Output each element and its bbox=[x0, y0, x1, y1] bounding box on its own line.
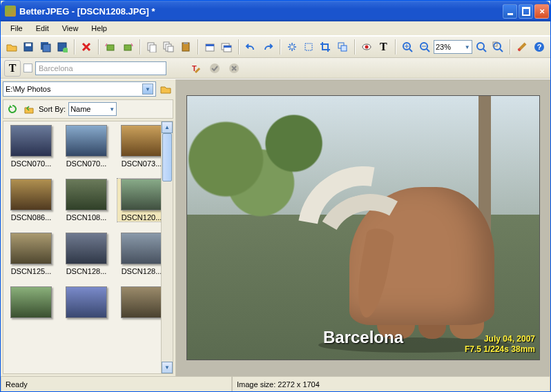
select-button[interactable] bbox=[301, 39, 316, 55]
date-stamp-all-button[interactable] bbox=[219, 39, 234, 55]
svg-rect-9 bbox=[150, 45, 156, 52]
svg-rect-3 bbox=[43, 44, 50, 52]
svg-text:?: ? bbox=[536, 43, 541, 51]
svg-point-34 bbox=[210, 63, 220, 73]
svg-rect-14 bbox=[184, 42, 188, 44]
svg-rect-12 bbox=[168, 46, 173, 52]
preview-image[interactable]: Barcelona July 04, 2007 F7.5 1/224s 38mm bbox=[186, 95, 540, 360]
thumbnail-item[interactable]: DSCN120... bbox=[117, 179, 166, 222]
pan-button[interactable] bbox=[284, 39, 300, 55]
redeye-button[interactable] bbox=[359, 39, 374, 55]
menubar: File Edit View Help bbox=[1, 21, 550, 36]
menu-help[interactable]: Help bbox=[86, 23, 113, 34]
refresh-button[interactable] bbox=[6, 102, 19, 116]
resize-button[interactable] bbox=[335, 39, 350, 55]
thumbnail-item[interactable]: DSCN108... bbox=[62, 179, 110, 222]
sort-select[interactable]: Name▼ bbox=[68, 102, 117, 116]
thumbnail-item[interactable] bbox=[7, 286, 55, 321]
thumbnail-image bbox=[10, 233, 52, 264]
cancel-text-button[interactable] bbox=[226, 60, 242, 77]
save-all-button[interactable] bbox=[38, 39, 53, 55]
thumbnail-label: DSCN125... bbox=[11, 267, 52, 275]
text-mode-button[interactable]: T bbox=[4, 60, 21, 77]
menu-view[interactable]: View bbox=[57, 23, 84, 34]
thumbnail-item[interactable]: DSCN070... bbox=[62, 125, 110, 168]
thumbnail-panel: DSCN070...DSCN070...DSCN073...DSCN086...… bbox=[3, 121, 173, 374]
caption-input[interactable] bbox=[35, 61, 166, 75]
thumbnail-item[interactable]: DSCN128... bbox=[62, 233, 110, 275]
thumbnail-scrollbar[interactable]: ▲ ▼ bbox=[161, 121, 173, 373]
paste-button[interactable] bbox=[177, 39, 193, 55]
delete-button[interactable] bbox=[79, 39, 94, 55]
thumbnail-item[interactable]: DSCN073... bbox=[117, 125, 166, 168]
thumbnail-image bbox=[121, 286, 162, 318]
thumbnail-label: DSCN070... bbox=[66, 159, 107, 168]
text-settings-button[interactable]: T bbox=[187, 60, 204, 77]
svg-point-30 bbox=[518, 48, 521, 51]
help-button[interactable]: ? bbox=[532, 39, 547, 55]
crop-button[interactable] bbox=[318, 39, 333, 55]
rotate-right-button[interactable] bbox=[120, 39, 135, 55]
save-as-button[interactable] bbox=[55, 39, 70, 55]
copy-button[interactable] bbox=[144, 39, 160, 55]
maximize-button[interactable] bbox=[519, 4, 533, 19]
thumbnail-item[interactable]: DSCN086... bbox=[7, 179, 55, 222]
copy-all-button[interactable] bbox=[161, 39, 176, 55]
browse-folder-button[interactable] bbox=[158, 81, 173, 97]
thumbnail-item[interactable]: DSCN070... bbox=[7, 125, 55, 168]
minimize-button[interactable] bbox=[503, 4, 517, 19]
thumbnail-label: DSCN086... bbox=[11, 213, 52, 222]
apply-button[interactable] bbox=[206, 60, 223, 77]
thumbnail-item[interactable]: DSCN125... bbox=[7, 233, 55, 275]
zoom-level-input[interactable]: 23%▼ bbox=[434, 40, 472, 54]
svg-rect-1 bbox=[26, 43, 31, 46]
thumbnail-item[interactable] bbox=[117, 286, 166, 321]
open-button[interactable] bbox=[4, 39, 19, 55]
app-icon bbox=[5, 6, 16, 17]
thumbnail-image bbox=[10, 125, 52, 157]
thumbnail-image bbox=[121, 233, 162, 264]
svg-point-27 bbox=[477, 43, 484, 50]
photo-metadata: July 04, 2007 F7.5 1/224s 38mm bbox=[465, 334, 535, 355]
caption-enable-checkbox[interactable] bbox=[23, 63, 32, 72]
statusbar: Ready Image size: 2272 x 1704 bbox=[1, 376, 550, 391]
thumbnail-label: DSCN108... bbox=[66, 213, 107, 222]
date-stamp-button[interactable] bbox=[202, 39, 218, 55]
thumbnail-image bbox=[66, 233, 107, 264]
svg-rect-22 bbox=[341, 46, 347, 51]
svg-rect-20 bbox=[305, 43, 312, 50]
save-button[interactable] bbox=[21, 39, 36, 55]
zoom-in-button[interactable] bbox=[400, 39, 415, 55]
thumbnail-image bbox=[10, 286, 52, 318]
thumbnail-label: DSCN120... bbox=[122, 213, 162, 222]
thumbnail-item[interactable] bbox=[62, 286, 110, 321]
svg-rect-16 bbox=[206, 44, 214, 46]
status-image-size: Image size: 2272 x 1704 bbox=[232, 377, 550, 391]
sidebar: E:\My Photos▼ Sort By: Name▼ DSCN070...D… bbox=[1, 79, 176, 376]
up-folder-button[interactable] bbox=[22, 102, 36, 116]
redo-button[interactable] bbox=[260, 39, 275, 55]
scroll-up-button[interactable]: ▲ bbox=[162, 121, 173, 133]
thumbnail-item[interactable]: DSCN128... bbox=[117, 233, 166, 275]
folder-path-select[interactable]: E:\My Photos▼ bbox=[3, 81, 156, 97]
app-window: BetterJPEG - [DSCN1208.JPG] * File Edit … bbox=[0, 0, 551, 392]
thumbnail-image bbox=[121, 125, 162, 157]
scroll-down-button[interactable]: ▼ bbox=[162, 362, 173, 373]
menu-file[interactable]: File bbox=[5, 23, 28, 34]
text-toolbar: T T bbox=[1, 58, 550, 79]
menu-edit[interactable]: Edit bbox=[30, 23, 55, 34]
settings-button[interactable] bbox=[514, 39, 530, 55]
zoom-fit-button[interactable] bbox=[474, 39, 489, 55]
thumbnail-label: DSCN128... bbox=[66, 267, 107, 275]
zoom-out-button[interactable] bbox=[417, 39, 432, 55]
close-button[interactable] bbox=[534, 4, 549, 19]
scroll-thumb[interactable] bbox=[162, 133, 172, 182]
status-ready: Ready bbox=[1, 377, 232, 391]
text-button[interactable]: T bbox=[376, 39, 391, 55]
rotate-left-button[interactable] bbox=[103, 39, 118, 55]
zoom-actual-button[interactable] bbox=[490, 39, 505, 55]
undo-button[interactable] bbox=[243, 39, 258, 55]
thumbnail-label: DSCN073... bbox=[122, 159, 162, 168]
svg-rect-7 bbox=[124, 45, 131, 50]
titlebar[interactable]: BetterJPEG - [DSCN1208.JPG] * bbox=[1, 1, 550, 21]
